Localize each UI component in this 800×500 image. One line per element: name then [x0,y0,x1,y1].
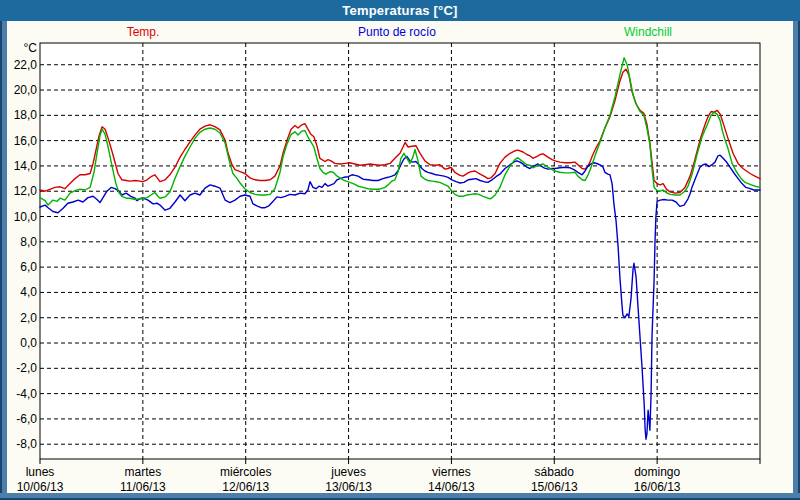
y-axis-tick-label: 22,0 [14,58,38,72]
x-axis-date-label: 11/06/13 [120,480,166,494]
y-axis-tick-label: 18,0 [14,108,38,122]
x-axis-day-label: jueves [330,465,366,479]
y-axis-unit-label: °C [24,41,38,55]
y-axis-tick-label: 0,0 [20,336,37,350]
x-axis-day-label: lunes [26,465,55,479]
y-axis-tick-label: 14,0 [14,159,38,173]
y-axis-tick-label: 2,0 [20,311,37,325]
plot-area [40,43,760,459]
x-axis-date-label: 10/06/13 [17,480,64,494]
y-axis-tick-label: 12,0 [14,184,38,198]
x-axis-date-label: 16/06/13 [634,480,681,494]
x-axis-day-label: viernes [432,465,471,479]
y-axis-tick-label: 20,0 [14,83,38,97]
y-axis-tick-label: 16,0 [14,134,38,148]
x-axis-date-label: 12/06/13 [222,480,269,494]
x-axis-date-label: 15/06/13 [531,480,578,494]
y-axis-tick-label: -4,0 [16,387,37,401]
y-axis-tick-label: -2,0 [16,361,37,375]
x-axis-day-label: miércoles [220,465,271,479]
x-axis-date-label: 14/06/13 [428,480,475,494]
y-axis-tick-label: 6,0 [20,260,37,274]
x-axis-date-label: 13/06/13 [325,480,372,494]
y-axis-tick-label: 10,0 [14,210,38,224]
weather-chart-window: Temperaturas [°C] Temp. Punto de rocío W… [0,0,800,500]
y-axis-tick-label: 4,0 [20,285,37,299]
y-axis-tick-label: -8,0 [16,437,37,451]
x-axis-day-label: martes [125,465,162,479]
x-axis-day-label: sábado [535,465,575,479]
y-axis-tick-label: -6,0 [16,412,37,426]
y-axis-tick-label: 8,0 [20,235,37,249]
window-border-right [793,21,800,500]
temperature-chart: 22,020,018,016,014,012,010,08,06,04,02,0… [0,0,800,500]
window-border-bottom [0,493,800,500]
x-axis-day-label: domingo [634,465,680,479]
window-border-left [0,21,7,500]
